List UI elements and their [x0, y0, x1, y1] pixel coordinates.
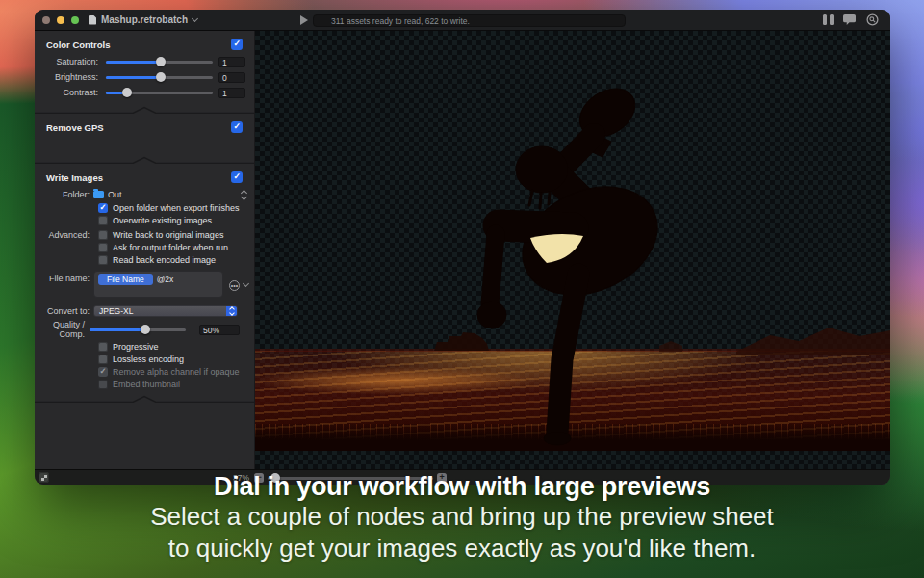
status-pill: 311 assets ready to read, 622 to write.: [313, 14, 626, 27]
brightness-row: Brightness: 0: [35, 69, 254, 85]
write-back-checkbox[interactable]: [98, 230, 108, 240]
ask-output-folder-checkbox[interactable]: [98, 243, 108, 252]
section-title: Write Images: [46, 172, 103, 183]
option-row: . Overwrite existing images: [35, 216, 254, 225]
breakdancer-silhouette: [477, 79, 675, 445]
file-name-label: File name:: [35, 271, 93, 298]
section-write-images: Write Images: [35, 164, 254, 187]
search-icon[interactable]: [866, 13, 879, 26]
option-row: . Open folder when export finishes: [35, 203, 254, 213]
saturation-label: Saturation:: [35, 57, 106, 66]
option-row: . Remove alpha channel if opaque: [35, 367, 254, 377]
convert-to-row: Convert to: JPEG-XL: [35, 305, 254, 317]
option-label: Open folder when export finishes: [113, 203, 240, 213]
brightness-value-field[interactable]: 0: [218, 72, 245, 83]
option-label: Write back to original images: [113, 230, 223, 240]
document-icon: [89, 15, 96, 25]
read-back-checkbox[interactable]: [98, 255, 108, 265]
saturation-row: Saturation: 1: [35, 54, 254, 69]
section-color-controls: Color Controls: [35, 31, 254, 54]
caption-line-2: to quickly get your images exactly as yo…: [0, 533, 924, 565]
run-play-button[interactable]: [300, 15, 308, 25]
quality-value-field[interactable]: 50%: [199, 325, 240, 335]
remove-alpha-checkbox[interactable]: [98, 367, 108, 377]
window-title: Mashup.retrobatch: [101, 14, 188, 25]
lossless-checkbox[interactable]: [98, 355, 108, 364]
option-label: Remove alpha channel if opaque: [113, 367, 240, 377]
folder-row: Folder: Out: [35, 189, 254, 200]
section-title: Color Controls: [46, 39, 111, 50]
contrast-slider[interactable]: [106, 87, 213, 98]
option-label: Lossless encoding: [113, 355, 184, 364]
marketing-caption: Dial in your workflow with large preview…: [0, 472, 924, 565]
quality-slider[interactable]: [90, 324, 186, 335]
option-label: Embed thumbnail: [113, 380, 180, 389]
convert-to-value: JPEG-XL: [94, 306, 133, 316]
brightness-slider[interactable]: [106, 71, 213, 83]
option-label: Overwrite existing images: [113, 216, 212, 225]
chevron-down-icon[interactable]: [243, 280, 249, 287]
option-row: . Progressive: [35, 342, 254, 352]
pause-icon[interactable]: [823, 14, 834, 25]
file-name-token[interactable]: File Name: [98, 274, 153, 285]
ship-silhouette: [434, 332, 489, 351]
node-connector-notch: [35, 106, 254, 114]
file-name-row: File name: File Name @2x •••: [35, 271, 254, 298]
open-folder-checkbox[interactable]: [98, 203, 108, 213]
convert-to-label: Convert to:: [35, 306, 93, 316]
saturation-value-field[interactable]: 1: [218, 57, 245, 67]
node-inspector-sidebar: Color Controls Saturation: 1 Brightness:…: [35, 31, 255, 469]
app-window: Mashup.retrobatch 311 assets ready to re…: [35, 10, 890, 485]
minimize-button[interactable]: [57, 16, 64, 24]
titlebar: Mashup.retrobatch 311 assets ready to re…: [35, 10, 890, 31]
option-label: Read back encoded image: [113, 255, 216, 265]
write-images-enabled-checkbox[interactable]: [231, 171, 243, 183]
convert-to-popup[interactable]: JPEG-XL: [93, 305, 238, 317]
option-row: . Lossless encoding: [35, 355, 254, 364]
option-label: Progressive: [113, 342, 159, 352]
close-button[interactable]: [42, 16, 50, 24]
toolbar-icons: [823, 13, 879, 26]
hills-silhouette: [736, 328, 890, 355]
folder-stepper[interactable]: [242, 191, 246, 199]
option-row: . Ask for output folder when run: [35, 243, 254, 252]
option-row: Advanced: Write back to original images: [35, 230, 254, 240]
option-row: . Embed thumbnail: [35, 380, 254, 389]
overwrite-checkbox[interactable]: [98, 216, 108, 225]
node-connector-notch: [35, 395, 254, 403]
remove-gps-enabled-checkbox[interactable]: [231, 121, 243, 133]
caption-line-1: Select a couple of nodes and bring up th…: [0, 501, 924, 533]
chevron-down-icon: [192, 14, 198, 21]
quality-row: Quality / Comp. 50%: [35, 323, 254, 336]
saturation-slider[interactable]: [106, 56, 213, 67]
document-proxy[interactable]: Mashup.retrobatch: [89, 14, 197, 25]
contrast-row: Contrast: 1: [35, 85, 254, 100]
option-row: . Read back encoded image: [35, 255, 254, 265]
folder-icon: [93, 191, 104, 198]
folder-label: Folder:: [35, 190, 93, 199]
contrast-label: Contrast:: [35, 88, 106, 97]
section-remove-gps: Remove GPS: [35, 114, 254, 137]
slider-thumb[interactable]: [156, 57, 166, 66]
silhouette-art: [255, 41, 890, 451]
slider-thumb[interactable]: [156, 72, 166, 82]
contrast-value-field[interactable]: 1: [218, 88, 245, 98]
option-label: Ask for output folder when run: [113, 243, 228, 252]
zoom-button[interactable]: [71, 16, 79, 24]
section-title: Remove GPS: [46, 122, 104, 133]
traffic-lights: [42, 16, 79, 24]
folder-value[interactable]: Out: [108, 190, 122, 199]
progressive-checkbox[interactable]: [98, 342, 108, 352]
color-controls-enabled-checkbox[interactable]: [231, 39, 243, 50]
file-name-suffix: @2x: [157, 274, 174, 284]
preview-pane: [255, 31, 890, 469]
preview-image-sunset-breakdancer: [255, 41, 890, 451]
file-name-field[interactable]: File Name @2x: [93, 271, 223, 298]
chat-bubble-icon[interactable]: [843, 13, 857, 26]
slider-thumb[interactable]: [122, 88, 132, 97]
embed-thumbnail-checkbox[interactable]: [98, 380, 108, 389]
token-menu-icon[interactable]: •••: [229, 280, 240, 291]
caption-heading: Dial in your workflow with large preview…: [0, 472, 924, 501]
slider-thumb[interactable]: [141, 325, 150, 334]
popup-arrows-icon: [226, 306, 237, 316]
